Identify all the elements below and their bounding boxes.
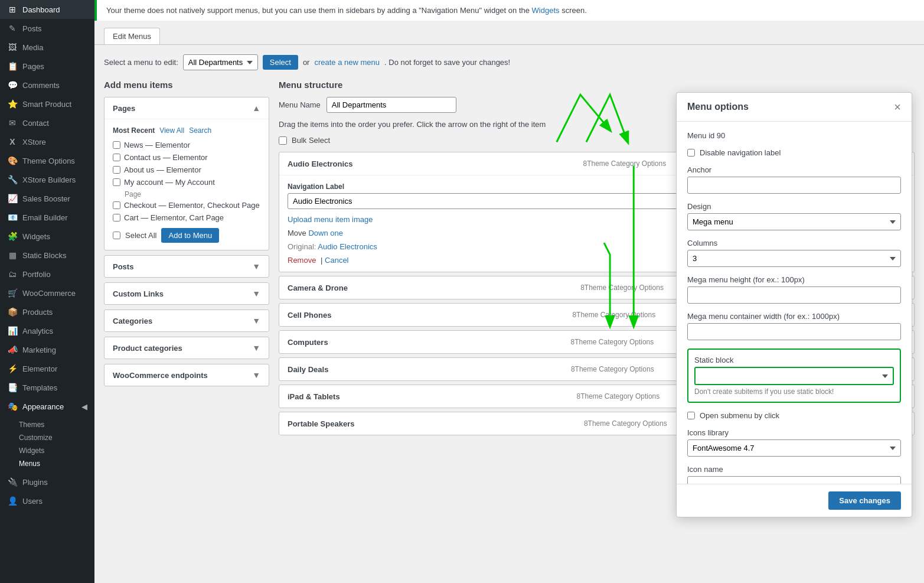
sidebar-item-portfolio[interactable]: 🗂 Portfolio	[0, 265, 94, 284]
sidebar-item-contact[interactable]: ✉ Contact	[0, 113, 94, 132]
mega-height-label: Mega menu height (for ex.: 100px)	[687, 275, 901, 284]
columns-label: Columns	[687, 239, 901, 247]
design-field: Design Mega menu Standard Dropdown	[687, 202, 901, 230]
anchor-input[interactable]	[687, 177, 901, 194]
dashboard-icon: ⊞	[7, 5, 18, 14]
plugins-icon: 🔌	[7, 477, 18, 487]
smart-product-icon: ⭐	[7, 99, 18, 109]
columns-field: Columns 1 2 3 4 5 6	[687, 239, 901, 267]
design-select[interactable]: Mega menu Standard Dropdown	[687, 213, 901, 230]
static-block-select[interactable]	[694, 367, 894, 385]
mega-container-input[interactable]	[687, 323, 901, 340]
static-block-label: Static block	[694, 356, 894, 364]
modal-title: Menu options	[687, 102, 749, 112]
open-submenu-row: Open submenu by click	[687, 411, 901, 420]
users-icon: 👤	[7, 496, 18, 506]
pages-icon: 📋	[7, 61, 18, 71]
disable-nav-label-row: Disable navigation label	[687, 148, 901, 157]
sidebar-sub-widgets[interactable]: Widgets	[19, 444, 94, 457]
notice-bar: Your theme does not natively support men…	[94, 0, 924, 21]
xstore-icon: X	[7, 137, 18, 146]
modal-footer: Save changes	[677, 484, 912, 517]
woocommerce-icon: 🛒	[7, 288, 18, 298]
icons-library-label: Icons library	[687, 428, 901, 437]
appearance-submenu: Themes Customize Widgets Menus	[0, 416, 94, 473]
icon-name-field: Icon name	[687, 465, 901, 484]
sidebar-item-users[interactable]: 👤 Users	[0, 491, 94, 510]
sidebar: ⊞ Dashboard ✎ Posts 🖼 Media 📋 Pages 💬 Co…	[0, 0, 94, 583]
sidebar-item-marketing[interactable]: 📣 Marketing	[0, 340, 94, 359]
sidebar-sub-themes[interactable]: Themes	[19, 418, 94, 431]
anchor-field: Anchor	[687, 165, 901, 194]
static-block-section: Static block Don't create subitems if yo…	[687, 349, 901, 403]
templates-icon: 📑	[7, 383, 18, 392]
mega-height-field: Mega menu height (for ex.: 100px)	[687, 275, 901, 304]
comments-icon: 💬	[7, 80, 18, 90]
icons-library-field: Icons library FontAwesome 4.7 FontAwesom…	[687, 428, 901, 457]
media-icon: 🖼	[7, 43, 18, 52]
sidebar-item-widgets[interactable]: 🧩 Widgets	[0, 227, 94, 246]
icon-name-label: Icon name	[687, 465, 901, 474]
disable-nav-label-text: Disable navigation label	[700, 148, 781, 157]
content-area: Select a menu to edit: All Departments S…	[94, 45, 924, 583]
sidebar-item-xstore-builders[interactable]: 🔧 XStore Builders	[0, 170, 94, 189]
elementor-icon: ⚡	[7, 364, 18, 373]
tab-edit-menus[interactable]: Edit Menus	[104, 28, 160, 44]
sidebar-item-comments[interactable]: 💬 Comments	[0, 76, 94, 95]
sidebar-item-products[interactable]: 📦 Products	[0, 302, 94, 321]
sidebar-item-templates[interactable]: 📑 Templates	[0, 378, 94, 397]
sidebar-item-theme-options[interactable]: 🎨 Theme Options	[0, 151, 94, 170]
sidebar-item-sales-booster[interactable]: 📈 Sales Booster	[0, 189, 94, 208]
anchor-label: Anchor	[687, 165, 901, 174]
sidebar-item-email-builder[interactable]: 📧 Email Builder	[0, 208, 94, 227]
sidebar-item-xstore[interactable]: X XStore	[0, 132, 94, 151]
appearance-icon: 🎭	[7, 402, 18, 411]
menu-options-modal: Menu options × Menu id 90 Disable naviga…	[676, 92, 912, 517]
widgets-icon: 🧩	[7, 232, 18, 241]
modal-body: Menu id 90 Disable navigation label Anch…	[677, 122, 912, 484]
open-submenu-label: Open submenu by click	[700, 411, 779, 420]
widgets-link[interactable]: Widgets	[532, 6, 560, 15]
sidebar-item-media[interactable]: 🖼 Media	[0, 38, 94, 57]
sidebar-item-posts[interactable]: ✎ Posts	[0, 19, 94, 38]
sidebar-item-pages[interactable]: 📋 Pages	[0, 57, 94, 76]
design-label: Design	[687, 202, 901, 211]
sidebar-item-analytics[interactable]: 📊 Analytics	[0, 321, 94, 340]
sidebar-item-woocommerce[interactable]: 🛒 WooCommerce	[0, 284, 94, 302]
save-changes-button[interactable]: Save changes	[828, 491, 901, 510]
mega-height-input[interactable]	[687, 286, 901, 304]
posts-icon: ✎	[7, 24, 18, 33]
sidebar-item-smart-product[interactable]: ⭐ Smart Product	[0, 95, 94, 113]
icons-library-select[interactable]: FontAwesome 4.7 FontAwesome 5 None	[687, 439, 901, 457]
modal-menu-id: Menu id 90	[687, 131, 901, 140]
portfolio-icon: 🗂	[7, 269, 18, 279]
products-icon: 📦	[7, 307, 18, 317]
static-blocks-icon: ▦	[7, 250, 18, 260]
modal-header: Menu options ×	[677, 93, 912, 122]
marketing-icon: 📣	[7, 345, 18, 354]
analytics-icon: 📊	[7, 326, 18, 336]
sidebar-item-static-blocks[interactable]: ▦ Static Blocks	[0, 246, 94, 265]
xstore-builders-icon: 🔧	[7, 175, 18, 184]
theme-options-icon: 🎨	[7, 156, 18, 165]
sidebar-item-elementor[interactable]: ⚡ Elementor	[0, 359, 94, 378]
columns-select[interactable]: 1 2 3 4 5 6	[687, 250, 901, 267]
main-content: Your theme does not natively support men…	[94, 0, 924, 583]
static-block-hint: Don't create subitems if you use static …	[694, 387, 894, 396]
disable-nav-label-checkbox[interactable]	[687, 149, 695, 157]
mega-container-field: Mega menu container width (for ex.: 1000…	[687, 312, 901, 340]
sidebar-item-plugins[interactable]: 🔌 Plugins	[0, 473, 94, 491]
contact-icon: ✉	[7, 118, 18, 128]
icon-name-input[interactable]	[687, 476, 901, 484]
menu-id-text: Menu id 90	[687, 131, 725, 140]
sidebar-sub-menus[interactable]: Menus	[19, 457, 94, 470]
open-submenu-checkbox[interactable]	[687, 412, 695, 419]
sidebar-item-dashboard[interactable]: ⊞ Dashboard	[0, 0, 94, 19]
tab-bar: Edit Menus	[94, 21, 924, 45]
sidebar-sub-customize[interactable]: Customize	[19, 431, 94, 444]
email-builder-icon: 📧	[7, 213, 18, 222]
sidebar-item-appearance[interactable]: 🎭 Appearance ◀	[0, 397, 94, 416]
modal-overlay: Menu options × Menu id 90 Disable naviga…	[94, 45, 924, 583]
sales-booster-icon: 📈	[7, 194, 18, 203]
modal-close-button[interactable]: ×	[894, 101, 901, 113]
